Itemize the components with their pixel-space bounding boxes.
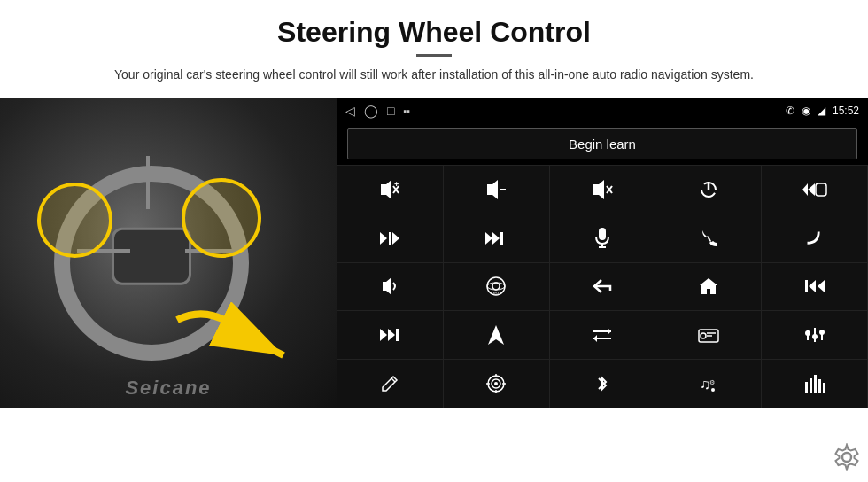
content-area: Seicane ◁ ◯ □ ▪▪ ✆ ◉ ◢ 15:52 xyxy=(0,98,868,482)
svg-rect-63 xyxy=(810,378,812,393)
overview-nav-icon[interactable]: □ xyxy=(387,104,394,118)
back-nav-icon[interactable]: ◁ xyxy=(345,104,355,118)
seicane-watermark: Seicane xyxy=(125,377,211,400)
svg-marker-36 xyxy=(488,325,504,345)
steering-wheel-inner xyxy=(112,228,191,285)
svg-point-27 xyxy=(487,283,505,290)
svg-point-48 xyxy=(812,334,818,339)
svg-marker-12 xyxy=(808,183,815,196)
title-divider xyxy=(416,54,452,57)
svg-point-42 xyxy=(701,333,706,338)
svg-text:+: + xyxy=(394,180,399,189)
phone-status-icon: ✆ xyxy=(786,105,794,117)
image-panel: Seicane xyxy=(0,98,337,408)
pen-button[interactable] xyxy=(337,360,443,408)
end-call-button[interactable] xyxy=(762,214,867,262)
skip-forward-button[interactable] xyxy=(337,311,443,359)
wifi-status-icon: ◢ xyxy=(818,105,825,117)
svg-marker-1 xyxy=(381,180,391,199)
begin-learn-button[interactable]: Begin learn xyxy=(347,128,857,159)
svg-marker-13 xyxy=(802,183,808,196)
target-button[interactable] xyxy=(444,360,549,408)
svg-rect-62 xyxy=(805,382,808,393)
svg-rect-64 xyxy=(814,375,817,393)
status-bar-right: ✆ ◉ ◢ 15:52 xyxy=(786,105,859,117)
status-bar: ◁ ◯ □ ▪▪ ✆ ◉ ◢ 15:52 xyxy=(337,98,868,123)
gear-icon[interactable] xyxy=(833,443,861,471)
back-button[interactable] xyxy=(550,263,655,311)
subtitle: Your original car's steering wheel contr… xyxy=(97,66,771,84)
status-bar-left: ◁ ◯ □ ▪▪ xyxy=(345,104,410,118)
steering-wheel-image: Seicane xyxy=(0,98,337,408)
next-button[interactable] xyxy=(337,214,443,262)
vol-up-button[interactable]: + xyxy=(337,166,443,214)
view-360-button[interactable]: 360° xyxy=(444,263,549,311)
svg-marker-31 xyxy=(809,280,816,292)
svg-marker-33 xyxy=(380,329,387,341)
power-button[interactable] xyxy=(655,166,761,214)
svg-rect-66 xyxy=(823,383,825,393)
svg-text:⚙: ⚙ xyxy=(709,379,715,385)
svg-text:360°: 360° xyxy=(492,291,503,296)
vol-down-button[interactable] xyxy=(444,166,549,214)
horn-button[interactable] xyxy=(337,263,443,311)
home-nav-icon[interactable]: ◯ xyxy=(364,104,378,118)
svg-rect-65 xyxy=(818,379,821,393)
time-display: 15:52 xyxy=(833,105,859,117)
svg-marker-29 xyxy=(700,278,717,294)
music-button[interactable]: ♫⚙ xyxy=(655,360,761,408)
fast-forward-button[interactable] xyxy=(444,214,549,262)
svg-marker-40 xyxy=(593,335,597,342)
page-title: Steering Wheel Control xyxy=(53,16,815,49)
svg-marker-30 xyxy=(818,280,825,292)
equalizer-button[interactable] xyxy=(762,311,867,359)
spoke-top xyxy=(146,156,150,209)
page-header: Steering Wheel Control Your original car… xyxy=(0,0,868,93)
bluetooth-button[interactable] xyxy=(550,360,655,408)
svg-rect-20 xyxy=(500,232,503,245)
switch-button[interactable] xyxy=(550,311,655,359)
yellow-arrow xyxy=(159,302,301,373)
highlight-circle-right xyxy=(182,178,261,258)
svg-marker-24 xyxy=(383,277,391,295)
prev-phone-button[interactable] xyxy=(762,166,867,214)
svg-marker-19 xyxy=(492,232,500,245)
svg-marker-5 xyxy=(487,180,498,199)
navigation-button[interactable] xyxy=(444,311,549,359)
highlight-circle-left xyxy=(37,183,112,258)
svg-marker-7 xyxy=(593,180,604,199)
home-button[interactable] xyxy=(655,263,761,311)
prev-track-button[interactable] xyxy=(762,263,867,311)
svg-rect-16 xyxy=(389,232,391,245)
svg-marker-18 xyxy=(485,232,492,245)
signal-icon: ▪▪ xyxy=(403,105,410,116)
controls-grid: + xyxy=(337,165,868,408)
location-status-icon: ◉ xyxy=(802,105,810,117)
svg-rect-21 xyxy=(599,228,606,240)
svg-point-50 xyxy=(819,330,825,335)
svg-marker-17 xyxy=(392,232,399,245)
svg-marker-15 xyxy=(380,232,387,245)
svg-point-67 xyxy=(842,453,851,462)
svg-point-54 xyxy=(494,382,498,385)
spectrum-button[interactable] xyxy=(762,360,867,408)
mute-button[interactable] xyxy=(550,166,655,214)
call-button[interactable] xyxy=(655,214,761,262)
svg-point-46 xyxy=(805,330,810,336)
svg-rect-32 xyxy=(805,280,808,292)
svg-point-60 xyxy=(711,388,715,392)
begin-learn-row: Begin learn xyxy=(337,123,868,165)
radio-button[interactable] xyxy=(655,311,761,359)
svg-line-51 xyxy=(391,378,395,382)
svg-marker-34 xyxy=(388,329,395,341)
settings-corner[interactable] xyxy=(833,443,861,475)
svg-point-26 xyxy=(492,283,500,290)
mic-button[interactable] xyxy=(550,214,655,262)
control-panel: ◁ ◯ □ ▪▪ ✆ ◉ ◢ 15:52 Begin learn xyxy=(337,98,868,408)
svg-rect-14 xyxy=(816,183,826,196)
svg-rect-35 xyxy=(396,329,399,341)
svg-marker-38 xyxy=(608,328,611,335)
